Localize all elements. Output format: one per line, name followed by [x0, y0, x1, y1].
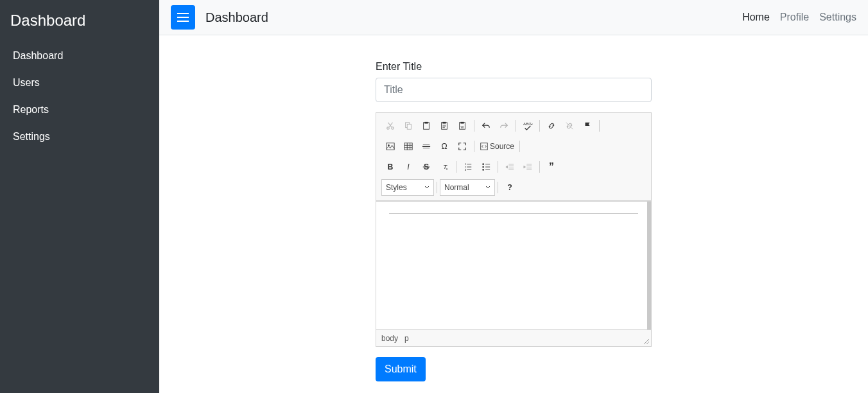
scissors-icon [386, 121, 395, 130]
source-label: Source [490, 142, 514, 151]
italic-button[interactable]: I [399, 159, 417, 175]
paste-text-button[interactable] [435, 118, 453, 134]
editor-body[interactable] [376, 201, 651, 329]
separator [539, 120, 540, 132]
svg-text:B: B [388, 162, 394, 171]
svg-rect-7 [442, 122, 446, 124]
chevron-down-icon [424, 185, 430, 190]
nav-home[interactable]: Home [742, 12, 770, 23]
separator [498, 182, 498, 193]
anchor-button[interactable] [578, 118, 596, 134]
sidebar-title: Dashboard [0, 12, 159, 42]
clipboard-word-icon: W [458, 121, 467, 130]
toolbar-row-3: B I S Tx 123 ” [381, 158, 646, 176]
numbered-list-icon: 123 [464, 162, 473, 171]
source-icon [480, 142, 489, 151]
spellcheck-button[interactable]: ABC [519, 118, 537, 134]
source-button[interactable]: Source [477, 138, 517, 155]
numbered-list-button[interactable]: 123 [459, 159, 477, 175]
unlink-icon [565, 121, 574, 130]
svg-point-27 [482, 169, 484, 171]
svg-point-25 [482, 163, 484, 165]
hr-button[interactable] [417, 138, 435, 155]
path-body[interactable]: body [381, 334, 398, 343]
title-input[interactable] [376, 78, 652, 102]
bulleted-list-button[interactable] [477, 159, 495, 175]
form: Enter Title W ABC [376, 61, 652, 381]
sidebar: Dashboard Dashboard Users Reports Settin… [0, 0, 159, 393]
about-button[interactable]: ? [501, 179, 519, 196]
undo-icon [482, 121, 490, 130]
rich-text-editor: W ABC [376, 112, 652, 347]
separator [474, 120, 474, 132]
removeformat-button[interactable]: Tx [435, 159, 453, 175]
svg-point-1 [392, 127, 394, 130]
path-p[interactable]: p [404, 334, 409, 343]
editor-toolbar: W ABC [376, 113, 651, 201]
horizontal-rule-icon [422, 142, 431, 151]
top-nav: Home Profile Settings [742, 12, 856, 23]
format-dropdown[interactable]: Normal [440, 179, 495, 196]
italic-icon: I [404, 162, 413, 171]
svg-text:I: I [407, 162, 410, 171]
styles-dropdown[interactable]: Styles [381, 179, 434, 196]
bold-button[interactable]: B [381, 159, 399, 175]
indent-button[interactable] [519, 159, 537, 175]
sidebar-item-reports[interactable]: Reports [0, 96, 159, 123]
resize-handle-icon[interactable] [642, 337, 650, 345]
svg-text:ABC: ABC [523, 121, 532, 126]
separator [516, 120, 516, 132]
link-button[interactable] [542, 118, 560, 134]
paste-button[interactable] [417, 118, 435, 134]
svg-text:”: ” [549, 162, 554, 171]
blockquote-button[interactable]: ” [542, 159, 560, 175]
content-hr [389, 213, 638, 214]
unlink-button[interactable] [560, 118, 578, 134]
svg-text:Ω: Ω [441, 142, 447, 151]
spellcheck-icon: ABC [523, 121, 533, 130]
sidebar-toggle-button[interactable] [171, 5, 195, 30]
image-button[interactable] [381, 138, 399, 155]
undo-button[interactable] [477, 118, 495, 134]
specialchar-button[interactable]: Ω [435, 138, 453, 155]
maximize-button[interactable] [453, 138, 471, 155]
table-button[interactable] [399, 138, 417, 155]
svg-rect-5 [424, 122, 428, 124]
separator [456, 161, 456, 173]
redo-button[interactable] [495, 118, 513, 134]
scrollbar[interactable] [647, 202, 651, 329]
paste-word-button[interactable]: W [453, 118, 471, 134]
sidebar-item-users[interactable]: Users [0, 69, 159, 96]
quote-icon: ” [547, 162, 556, 171]
image-icon [386, 142, 395, 151]
bold-icon: B [386, 162, 395, 171]
separator [519, 141, 520, 152]
question-icon: ? [505, 183, 514, 192]
sidebar-item-dashboard[interactable]: Dashboard [0, 42, 159, 69]
sidebar-item-settings[interactable]: Settings [0, 123, 159, 150]
title-label: Enter Title [376, 61, 652, 73]
svg-rect-3 [407, 124, 411, 129]
strike-button[interactable]: S [417, 159, 435, 175]
clipboard-icon [422, 121, 431, 130]
link-icon [547, 121, 556, 130]
svg-point-26 [482, 166, 484, 168]
cut-button[interactable] [381, 118, 399, 134]
separator [437, 182, 437, 193]
outdent-button[interactable] [501, 159, 519, 175]
nav-settings[interactable]: Settings [819, 12, 856, 23]
nav-profile[interactable]: Profile [780, 12, 809, 23]
strikethrough-icon: S [422, 162, 431, 171]
separator [498, 161, 498, 173]
outdent-icon [505, 162, 514, 171]
toolbar-row-2: Ω Source [381, 137, 646, 155]
flag-icon [583, 121, 592, 130]
svg-text:?: ? [507, 183, 512, 192]
clipboard-text-icon [440, 121, 449, 130]
svg-text:3: 3 [465, 168, 467, 171]
toolbar-row-1: W ABC [381, 117, 646, 135]
maximize-icon [458, 142, 467, 151]
submit-button[interactable]: Submit [376, 357, 426, 381]
svg-text:x: x [446, 167, 448, 171]
copy-button[interactable] [399, 118, 417, 134]
